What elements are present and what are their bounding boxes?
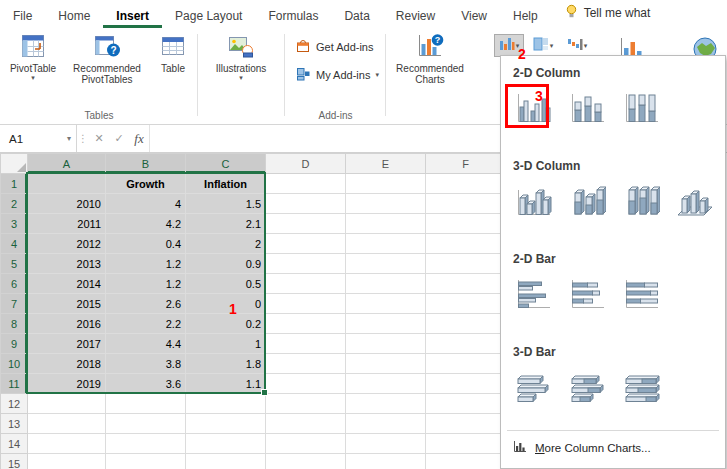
cell-F5[interactable] bbox=[426, 254, 506, 274]
cell-D14[interactable] bbox=[266, 434, 346, 454]
row-header-1[interactable]: 1 bbox=[1, 174, 28, 194]
cell-A11[interactable]: 2019 bbox=[28, 374, 106, 394]
enter-button[interactable]: ✓ bbox=[109, 125, 129, 152]
row-header-8[interactable]: 8 bbox=[1, 314, 28, 334]
cell-E8[interactable] bbox=[346, 314, 426, 334]
tab-file[interactable]: File bbox=[0, 3, 45, 28]
chart-type-column-3d[interactable] bbox=[671, 179, 717, 225]
cell-E3[interactable] bbox=[346, 214, 426, 234]
column-header-D[interactable]: D bbox=[266, 154, 346, 174]
cell-F4[interactable] bbox=[426, 234, 506, 254]
chart-type-clustered-column-3d[interactable] bbox=[509, 179, 555, 225]
cell-A4[interactable]: 2012 bbox=[28, 234, 106, 254]
cell-D2[interactable] bbox=[266, 194, 346, 214]
cell-A1[interactable] bbox=[28, 174, 106, 194]
cell-C15[interactable] bbox=[186, 454, 266, 469]
cell-E7[interactable] bbox=[346, 294, 426, 314]
cell-D15[interactable] bbox=[266, 454, 346, 469]
row-header-10[interactable]: 10 bbox=[1, 354, 28, 374]
cell-F3[interactable] bbox=[426, 214, 506, 234]
column-header-C[interactable]: C bbox=[186, 154, 266, 174]
chart-type-stacked-bar[interactable] bbox=[563, 272, 609, 318]
name-box[interactable]: A1 ▾ bbox=[0, 125, 77, 152]
cell-A13[interactable] bbox=[28, 414, 106, 434]
cell-C12[interactable] bbox=[186, 394, 266, 414]
insert-column-chart-button[interactable]: ▾ bbox=[494, 34, 524, 57]
cell-F7[interactable] bbox=[426, 294, 506, 314]
cell-C2[interactable]: 1.5 bbox=[186, 194, 266, 214]
cell-D9[interactable] bbox=[266, 334, 346, 354]
cell-A15[interactable] bbox=[28, 454, 106, 469]
row-header-12[interactable]: 12 bbox=[1, 394, 28, 414]
cell-C6[interactable]: 0.5 bbox=[186, 274, 266, 294]
cell-C13[interactable] bbox=[186, 414, 266, 434]
recommended-charts-button[interactable]: ? Recommended Charts bbox=[392, 30, 468, 85]
cell-F15[interactable] bbox=[426, 454, 506, 469]
cell-D13[interactable] bbox=[266, 414, 346, 434]
row-header-5[interactable]: 5 bbox=[1, 254, 28, 274]
row-header-9[interactable]: 9 bbox=[1, 334, 28, 354]
cell-B12[interactable] bbox=[106, 394, 186, 414]
cell-C7[interactable]: 0 bbox=[186, 294, 266, 314]
chart-type-stacked-column-100-3d[interactable] bbox=[617, 179, 663, 225]
cell-E9[interactable] bbox=[346, 334, 426, 354]
tab-view[interactable]: View bbox=[448, 3, 500, 28]
tab-help[interactable]: Help bbox=[500, 3, 551, 28]
cell-B10[interactable]: 3.8 bbox=[106, 354, 186, 374]
cell-B13[interactable] bbox=[106, 414, 186, 434]
cell-A10[interactable]: 2018 bbox=[28, 354, 106, 374]
cell-E10[interactable] bbox=[346, 354, 426, 374]
cell-C4[interactable]: 2 bbox=[186, 234, 266, 254]
cell-E4[interactable] bbox=[346, 234, 426, 254]
cell-E1[interactable] bbox=[346, 174, 426, 194]
cell-A8[interactable]: 2016 bbox=[28, 314, 106, 334]
chart-type-clustered-bar[interactable] bbox=[509, 272, 555, 318]
cell-B3[interactable]: 4.2 bbox=[106, 214, 186, 234]
row-header-7[interactable]: 7 bbox=[1, 294, 28, 314]
tab-review[interactable]: Review bbox=[383, 3, 448, 28]
chart-type-stacked-column-3d[interactable] bbox=[563, 179, 609, 225]
cell-C10[interactable]: 1.8 bbox=[186, 354, 266, 374]
cell-C11[interactable]: 1.1 bbox=[186, 374, 266, 394]
row-header-6[interactable]: 6 bbox=[1, 274, 28, 294]
cell-F8[interactable] bbox=[426, 314, 506, 334]
cell-F12[interactable] bbox=[426, 394, 506, 414]
cell-A5[interactable]: 2013 bbox=[28, 254, 106, 274]
cell-D12[interactable] bbox=[266, 394, 346, 414]
name-box-dropdown-icon[interactable]: ▾ bbox=[67, 134, 71, 143]
illustrations-button[interactable]: Illustrations ▾ bbox=[204, 30, 278, 81]
cell-C3[interactable]: 2.1 bbox=[186, 214, 266, 234]
row-header-15[interactable]: 15 bbox=[1, 454, 28, 469]
cell-C9[interactable]: 1 bbox=[186, 334, 266, 354]
cell-B6[interactable]: 1.2 bbox=[106, 274, 186, 294]
cell-F13[interactable] bbox=[426, 414, 506, 434]
cell-A3[interactable]: 2011 bbox=[28, 214, 106, 234]
column-header-E[interactable]: E bbox=[346, 154, 426, 174]
cell-D5[interactable] bbox=[266, 254, 346, 274]
cell-A7[interactable]: 2015 bbox=[28, 294, 106, 314]
cell-E15[interactable] bbox=[346, 454, 426, 469]
cell-F6[interactable] bbox=[426, 274, 506, 294]
cell-E11[interactable] bbox=[346, 374, 426, 394]
cell-B5[interactable]: 1.2 bbox=[106, 254, 186, 274]
tab-data[interactable]: Data bbox=[331, 3, 382, 28]
cell-E14[interactable] bbox=[346, 434, 426, 454]
chart-type-clustered-bar-3d[interactable] bbox=[509, 365, 555, 411]
cell-C1[interactable]: Inflation bbox=[186, 174, 266, 194]
row-header-14[interactable]: 14 bbox=[1, 434, 28, 454]
row-header-2[interactable]: 2 bbox=[1, 194, 28, 214]
cell-C14[interactable] bbox=[186, 434, 266, 454]
cell-E12[interactable] bbox=[346, 394, 426, 414]
cell-F10[interactable] bbox=[426, 354, 506, 374]
pivottable-button[interactable]: PivotTable ▾ bbox=[2, 30, 64, 81]
cell-F11[interactable] bbox=[426, 374, 506, 394]
cell-A12[interactable] bbox=[28, 394, 106, 414]
recommended-pivottables-button[interactable]: ? Recommended PivotTables bbox=[66, 30, 148, 85]
chart-type-stacked-bar-100[interactable] bbox=[617, 272, 663, 318]
cell-B8[interactable]: 2.2 bbox=[106, 314, 186, 334]
cell-E5[interactable] bbox=[346, 254, 426, 274]
column-header-F[interactable]: F bbox=[426, 154, 506, 174]
tab-page-layout[interactable]: Page Layout bbox=[162, 3, 255, 28]
cell-A9[interactable]: 2017 bbox=[28, 334, 106, 354]
row-header-3[interactable]: 3 bbox=[1, 214, 28, 234]
